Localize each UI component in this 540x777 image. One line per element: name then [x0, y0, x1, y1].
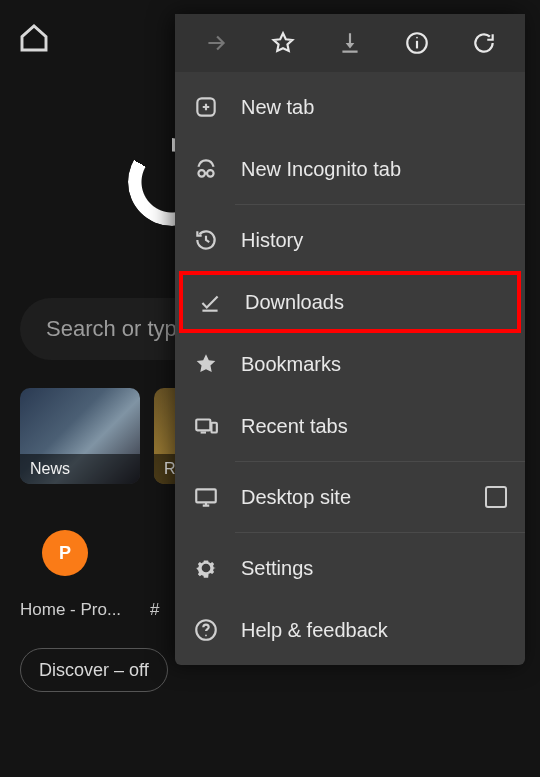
tile-news[interactable]: News [20, 388, 140, 484]
history-icon [193, 227, 219, 253]
menu-separator [235, 461, 525, 462]
menu-desktop-site[interactable]: Desktop site [175, 466, 525, 528]
info-icon[interactable] [404, 30, 430, 56]
svg-point-4 [198, 170, 205, 177]
menu-new-tab[interactable]: New tab [175, 76, 525, 138]
menu-separator [235, 532, 525, 533]
menu-help[interactable]: Help & feedback [175, 599, 525, 661]
menu-recent-tabs[interactable]: Recent tabs [175, 395, 525, 457]
home-icon[interactable] [18, 22, 50, 58]
menu-item-label: New tab [241, 96, 314, 119]
forward-icon[interactable] [203, 30, 229, 56]
svg-rect-7 [211, 423, 216, 433]
menu-history[interactable]: History [175, 209, 525, 271]
reload-icon[interactable] [471, 30, 497, 56]
svg-point-5 [207, 170, 214, 177]
favorite-label: Home - Pro... [20, 600, 140, 620]
overflow-menu: New tab New Incognito tab History Downlo… [175, 14, 525, 665]
menu-item-label: Help & feedback [241, 619, 388, 642]
star-icon[interactable] [270, 30, 296, 56]
svg-point-10 [205, 635, 207, 637]
gear-icon [193, 555, 219, 581]
menu-downloads[interactable]: Downloads [179, 271, 521, 333]
menu-action-row [175, 14, 525, 72]
menu-item-label: Recent tabs [241, 415, 348, 438]
devices-icon [193, 413, 219, 439]
favorite-chip[interactable]: P [42, 530, 88, 576]
tile-label: News [20, 454, 140, 484]
incognito-icon [193, 156, 219, 182]
menu-item-label: Bookmarks [241, 353, 341, 376]
menu-separator [235, 204, 525, 205]
menu-item-label: Desktop site [241, 486, 351, 509]
star-filled-icon [193, 351, 219, 377]
downloads-done-icon [197, 289, 223, 315]
download-icon[interactable] [337, 30, 363, 56]
favorite-initial: P [59, 543, 71, 564]
menu-incognito[interactable]: New Incognito tab [175, 138, 525, 200]
discover-toggle[interactable]: Discover – off [20, 648, 168, 692]
menu-body: New tab New Incognito tab History Downlo… [175, 72, 525, 665]
discover-label: Discover – off [39, 660, 149, 681]
help-icon [193, 617, 219, 643]
svg-point-2 [416, 37, 418, 39]
menu-item-label: New Incognito tab [241, 158, 401, 181]
plus-square-icon [193, 94, 219, 120]
menu-settings[interactable]: Settings [175, 537, 525, 599]
search-placeholder: Search or typ [46, 316, 177, 342]
menu-item-label: History [241, 229, 303, 252]
svg-rect-6 [196, 420, 210, 431]
favorite-hash: # [150, 600, 159, 620]
menu-item-label: Settings [241, 557, 313, 580]
desktop-site-checkbox[interactable] [485, 486, 507, 508]
desktop-icon [193, 484, 219, 510]
menu-item-label: Downloads [245, 291, 344, 314]
svg-rect-8 [196, 489, 216, 502]
menu-bookmarks[interactable]: Bookmarks [175, 333, 525, 395]
